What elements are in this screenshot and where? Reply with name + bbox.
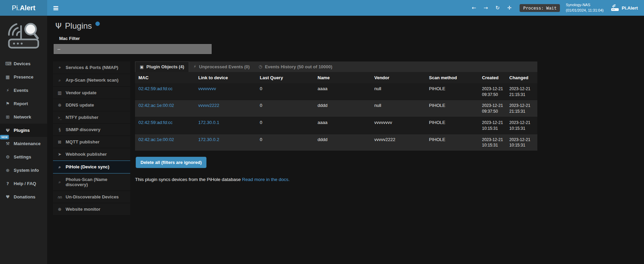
tab-label: Events History (50 out of 10000)	[265, 64, 332, 69]
plugin-nav-item-vendor-update[interactable]: Vendor update	[53, 87, 130, 99]
sidebar-item-donations[interactable]: Donations	[0, 190, 47, 204]
plugin-nav-label: Arp-Scan (Network scan)	[66, 78, 119, 83]
device-link[interactable]: vvvvvvvv	[198, 86, 216, 91]
cell-mac: 02:42:59:ad:fd:cc	[135, 83, 195, 100]
cell-created: 2023-12-21 10:15:31	[479, 117, 506, 134]
sidebar-item-label: Events	[14, 88, 28, 93]
host-info: Synology-NAS (01/01/2024, 11:31:04)	[566, 2, 604, 13]
sidebar-item-network[interactable]: Network	[0, 110, 47, 124]
device-link[interactable]: 172.30.0.1	[198, 120, 219, 125]
cell-last_query: 0	[256, 117, 314, 134]
help-icon	[5, 181, 10, 186]
plugin-nav-item-website-monitor[interactable]: Website monitor	[53, 203, 130, 216]
plugin-panel: Plugin Objects (4)Unprocessed Events (0)…	[135, 61, 537, 182]
sidebar-item-help-faq[interactable]: Help / FAQ	[0, 177, 47, 190]
back-icon[interactable]	[468, 5, 480, 11]
events-icon	[5, 88, 10, 93]
plugin-nav-item-ddns-update[interactable]: DDNS update	[53, 99, 130, 111]
tab-plugin-objects-4[interactable]: Plugin Objects (4)	[135, 61, 189, 72]
mac-link[interactable]: 02:42:ac:1e:00:02	[138, 137, 174, 142]
plugin-nav-item-snmp-discovery[interactable]: SNMP discovery	[53, 124, 130, 136]
forward-icon[interactable]	[480, 5, 492, 11]
main-content: Plugins Mac Filter Services & Ports (NMA…	[47, 16, 644, 264]
plugin-nav-item-pholus-scan-name-discovery[interactable]: Pholus-Scan (Name discovery)	[53, 173, 130, 191]
process-status-badge: Process: Wait	[520, 4, 560, 12]
new-badge: NEW	[0, 135, 9, 139]
plugin-nav-item-mqtt-publisher[interactable]: MQTT publisher	[53, 136, 130, 148]
objects-icon	[140, 65, 144, 69]
sidebar: DevicesPresenceEventsReportNetworkPlugin…	[0, 16, 47, 264]
table-row: 02:42:ac:1e:00:02172.30.0.20ddddvvvvv222…	[135, 134, 537, 151]
host-name: Synology-NAS	[566, 2, 604, 8]
plugin-nav-label: Webhook publisher	[66, 152, 107, 157]
docs-badge[interactable]	[95, 22, 100, 26]
header-right-cluster: Process: Wait Synology-NAS (01/01/2024, …	[468, 0, 644, 16]
mac-filter: Mac Filter	[53, 36, 644, 54]
mac-filter-input[interactable]	[54, 44, 212, 54]
plugin-nav-label: NTFY publisher	[66, 115, 98, 120]
plugin-nav: Services & Ports (NMAP)Arp-Scan (Network…	[53, 61, 130, 216]
ntfy-icon	[57, 115, 62, 120]
mac-link[interactable]: 02:42:59:ad:fd:cc	[138, 120, 173, 125]
pialert-logo	[0, 16, 47, 55]
plugin-nav-item-ntfy-publisher[interactable]: NTFY publisher	[53, 111, 130, 124]
brand-logo[interactable]: Pi.Alert	[0, 0, 47, 16]
device-link[interactable]: 172.30.0.2	[198, 137, 219, 142]
device-link[interactable]: vvvvv2222	[198, 103, 219, 108]
description-text: This plugin syncs devices from the PiHol…	[135, 177, 241, 182]
cell-scan_method: PIHOLE	[426, 134, 479, 151]
delete-all-button[interactable]: Delete all (filters are ignored)	[136, 157, 206, 168]
sidebar-item-settings[interactable]: Settings	[0, 150, 47, 164]
report-icon	[5, 101, 10, 106]
plugin-nav-item-arp-scan-network-scan[interactable]: Arp-Scan (Network scan)	[53, 74, 130, 87]
vendor-update-icon	[57, 90, 62, 95]
system-info-icon	[5, 168, 10, 173]
move-icon[interactable]	[504, 5, 515, 11]
sidebar-item-label: Devices	[14, 61, 30, 66]
brand-bold: Alert	[20, 4, 36, 12]
table-row: 02:42:59:ad:fd:ccvvvvvvvv0aaaanullPIHOLE…	[135, 83, 537, 100]
sidebar-item-label: Report	[14, 101, 28, 106]
sidebar-item-report[interactable]: Report	[0, 97, 47, 110]
sidebar-item-presence[interactable]: Presence	[0, 70, 47, 84]
mac-link[interactable]: 02:42:59:ad:fd:cc	[138, 86, 173, 91]
plug-icon	[55, 21, 62, 31]
cell-scan_method: PIHOLE	[426, 100, 479, 117]
column-header-changed: Changed	[506, 72, 537, 83]
app-name: Pi.Alert	[622, 5, 638, 11]
network-icon	[5, 114, 10, 120]
plugin-nav-item-webhook-publisher[interactable]: Webhook publisher	[53, 148, 130, 161]
header-nav-icons	[468, 5, 515, 11]
sidebar-item-label: Help / FAQ	[14, 181, 36, 186]
tab-events-history-50-out-of-10000[interactable]: Events History (50 out of 10000)	[254, 61, 337, 72]
mac-link[interactable]: 02:42:ac:1e:00:02	[138, 103, 174, 108]
column-header-name: Name	[314, 72, 371, 83]
content-columns: Services & Ports (NMAP)Arp-Scan (Network…	[53, 61, 644, 216]
cell-last_query: 0	[256, 83, 314, 100]
cell-changed: 2023-12-21 10:15:31	[506, 117, 537, 134]
refresh-icon[interactable]	[492, 5, 504, 11]
sidebar-item-label: Presence	[14, 74, 33, 80]
cell-name: dddd	[314, 100, 371, 117]
cell-created: 2023-12-21 09:37:50	[479, 83, 506, 100]
cell-last_query: 0	[256, 134, 314, 151]
plugin-nav-item-un-discoverable-devices[interactable]: Un-Discoverable Devices	[53, 191, 130, 203]
tab-label: Plugin Objects (4)	[146, 64, 184, 69]
tab-bar: Plugin Objects (4)Unprocessed Events (0)…	[135, 61, 537, 72]
tab-unprocessed-events-0[interactable]: Unprocessed Events (0)	[189, 61, 254, 72]
cell-link_to_device: vvvvvvvv	[195, 83, 256, 100]
docs-link[interactable]: Read more in the docs.	[242, 177, 290, 182]
pihole-icon	[57, 164, 62, 170]
plugin-nav-item-pihole-device-sync[interactable]: PiHole (Device sync)	[53, 161, 130, 173]
plugin-nav-item-services-ports-nmap[interactable]: Services & Ports (NMAP)	[53, 61, 130, 74]
cell-mac: 02:42:ac:1e:00:02	[135, 134, 195, 151]
presence-icon	[5, 74, 10, 80]
sidebar-item-events[interactable]: Events	[0, 84, 47, 97]
table-row: 02:42:59:ad:fd:cc172.30.0.10aaaavvvvvvvv…	[135, 117, 537, 134]
arpscan-icon	[57, 78, 62, 83]
cell-changed: 2023-12-21 10:15:31	[506, 134, 537, 151]
menu-icon[interactable]	[47, 0, 64, 16]
sidebar-item-system-info[interactable]: System info	[0, 164, 47, 177]
sidebar-item-maintenance[interactable]: MaintenanceNEW	[0, 137, 47, 150]
sidebar-item-devices[interactable]: Devices	[0, 57, 47, 70]
